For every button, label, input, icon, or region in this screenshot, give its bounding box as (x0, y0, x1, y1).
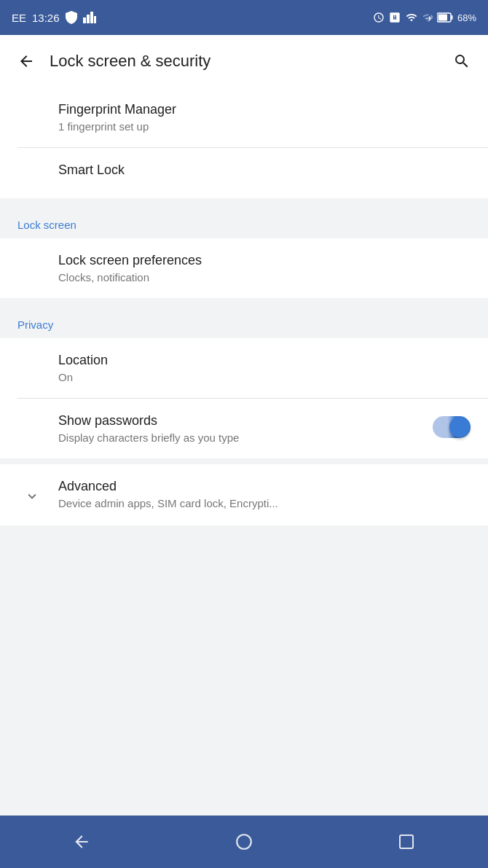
svg-point-7 (237, 834, 251, 849)
chart-icon (83, 12, 96, 23)
nav-back-icon (72, 832, 91, 851)
location-title: Location (58, 353, 471, 368)
location-item[interactable]: Location On (0, 338, 488, 398)
svg-rect-3 (94, 16, 96, 23)
battery-label: 68% (457, 12, 476, 23)
alarm-icon (373, 12, 385, 23)
search-button[interactable] (447, 47, 476, 76)
time-label: 13:26 (32, 12, 60, 24)
show-passwords-subtitle: Display characters briefly as you type (58, 431, 421, 444)
bottom-nav (0, 816, 488, 868)
show-passwords-toggle[interactable] (433, 416, 471, 438)
lock-screen-header: Lock screen (0, 204, 488, 238)
show-passwords-title: Show passwords (58, 413, 421, 429)
app-bar: Lock screen & security (0, 35, 488, 87)
status-bar: EE 13:26 (0, 0, 488, 35)
advanced-text: Advanced Device admin apps, SIM card loc… (58, 479, 471, 509)
nav-home-button[interactable] (222, 820, 266, 864)
back-button[interactable] (12, 47, 41, 76)
show-passwords-text: Show passwords Display characters briefl… (58, 413, 421, 444)
shield-icon (66, 11, 77, 24)
back-arrow-icon (17, 52, 35, 70)
top-items-section: Fingerprint Manager 1 fingerprint set up… (0, 87, 488, 198)
wifi-icon (405, 12, 418, 23)
search-icon (453, 52, 471, 70)
nav-back-button[interactable] (60, 820, 103, 864)
lock-screen-prefs-title: Lock screen preferences (58, 253, 471, 268)
lock-screen-prefs-subtitle: Clocks, notification (58, 271, 471, 284)
nfc-icon (389, 12, 401, 23)
smart-lock-title: Smart Lock (58, 163, 471, 178)
nav-recents-icon (398, 833, 415, 851)
battery-icon (437, 12, 453, 23)
status-left: EE 13:26 (12, 11, 96, 24)
privacy-header: Privacy (0, 304, 488, 338)
page-title: Lock screen & security (50, 52, 447, 71)
svg-rect-5 (451, 15, 452, 20)
fingerprint-manager-item[interactable]: Fingerprint Manager 1 fingerprint set up (0, 87, 488, 147)
content-area: Fingerprint Manager 1 fingerprint set up… (0, 87, 488, 816)
location-subtitle: On (58, 371, 471, 383)
smart-lock-item[interactable]: Smart Lock (0, 148, 488, 198)
advanced-section: Advanced Device admin apps, SIM card loc… (0, 464, 488, 525)
lock-screen-section: Lock screen preferences Clocks, notifica… (0, 238, 488, 298)
privacy-section: Location On Show passwords Display chara… (0, 338, 488, 458)
svg-rect-8 (400, 835, 413, 848)
status-right: 68% (373, 12, 476, 23)
svg-rect-6 (438, 15, 447, 21)
advanced-title: Advanced (58, 479, 471, 494)
svg-rect-2 (90, 12, 93, 23)
fingerprint-manager-title: Fingerprint Manager (58, 102, 471, 117)
advanced-subtitle: Device admin apps, SIM card lock, Encryp… (58, 497, 471, 509)
signal-icon (422, 12, 433, 23)
show-passwords-item[interactable]: Show passwords Display characters briefl… (0, 399, 488, 458)
lock-screen-prefs-item[interactable]: Lock screen preferences Clocks, notifica… (0, 238, 488, 298)
fingerprint-manager-subtitle: 1 fingerprint set up (58, 120, 471, 133)
advanced-item[interactable]: Advanced Device admin apps, SIM card loc… (0, 464, 488, 525)
carrier-label: EE (12, 12, 26, 24)
svg-rect-1 (87, 15, 90, 23)
chevron-down-icon (17, 482, 47, 511)
toggle-knob (449, 417, 470, 437)
svg-rect-0 (83, 17, 86, 23)
show-passwords-toggle-container (433, 413, 471, 438)
nav-recents-button[interactable] (385, 820, 428, 864)
nav-home-icon (235, 832, 253, 851)
